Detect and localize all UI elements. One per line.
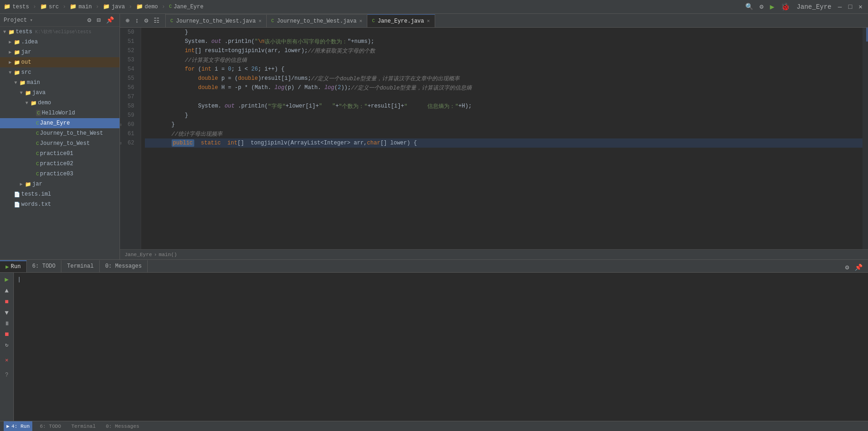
settings-icon[interactable]: ⚙ xyxy=(758,2,765,12)
tree-item-main[interactable]: ▼ 📁 main xyxy=(0,78,120,88)
tree-item-idea[interactable]: ▶ 📁 .idea xyxy=(0,37,120,47)
folder-icon-demo: 📁 xyxy=(136,3,143,10)
run-toolbar: ▶ ▲ ■ ▼ ⏸ ⏹ ↻ ✕ ? xyxy=(0,273,14,421)
run-rerun[interactable]: ⏸ xyxy=(2,319,12,328)
window-close[interactable]: ✕ xyxy=(857,2,864,12)
tree-item-jar2[interactable]: ▶ 📁 jar xyxy=(0,179,120,189)
breadcrumb-java[interactable]: 📁 java xyxy=(103,3,125,10)
tree-item-helloworld[interactable]: C HelloWorld xyxy=(0,108,120,118)
scroll-marker1 xyxy=(866,28,868,42)
status-bar: ▶ 4: Run 6: TODO Terminal 0: Messages xyxy=(0,421,868,431)
project-sidebar: Project ▾ ⚙ ⊟ 📌 ▼ 📁 tests K:\软件\eclipse\… xyxy=(0,14,120,259)
breadcrumb-main[interactable]: 📁 main xyxy=(70,3,92,10)
run-play-button[interactable]: ▶ xyxy=(3,275,10,284)
practice03-java-icon: C xyxy=(36,171,39,177)
run-restart[interactable]: ↻ xyxy=(3,341,10,349)
sidebar-tools: ⚙ ⊟ 📌 xyxy=(85,15,116,25)
tab2-close[interactable]: × xyxy=(359,18,363,24)
bottom-tab-messages[interactable]: 0: Messages xyxy=(100,260,148,272)
tree-item-src[interactable]: ▼ 📁 src xyxy=(0,67,120,78)
breadcrumb-src[interactable]: 📁 src xyxy=(40,3,59,10)
tab-tool-icon4[interactable]: ☷ xyxy=(152,16,162,25)
status-run-tab[interactable]: ▶ 4: Run xyxy=(4,421,32,431)
bottom-tab-run[interactable]: ▶ Run xyxy=(0,260,27,272)
tree-item-tests-iml[interactable]: 📄 tests.iml xyxy=(0,189,120,199)
tests-iml-icon: 📄 xyxy=(14,192,20,198)
line-numbers: 50 51 52 53 54 55 56 57 58 59 ⊟60 61 ⊟62 xyxy=(120,28,141,249)
run-terminate[interactable]: ⏹ xyxy=(2,330,12,339)
tree-item-practice01[interactable]: C practice01 xyxy=(0,149,120,159)
code-line-60: } xyxy=(145,120,862,129)
out-folder-icon: 📁 xyxy=(14,60,20,66)
bottom-settings-icon[interactable]: ⚙ xyxy=(844,263,851,272)
tab-jane-eyre[interactable]: C Jane_Eyre.java × xyxy=(367,14,435,27)
tree-root[interactable]: ▼ 📁 tests K:\软件\eclipse\tests xyxy=(0,27,120,37)
debug-button[interactable]: 🐞 xyxy=(779,1,792,12)
tree-item-jane-eyre[interactable]: C Jane_Eyre xyxy=(0,118,120,128)
run-output[interactable]: | xyxy=(14,273,868,421)
java-icon-breadcrumb: C xyxy=(169,4,172,9)
run-icon: ▶ xyxy=(6,263,9,270)
breadcrumb-tests[interactable]: 📁 tests xyxy=(4,3,29,10)
tree-item-journey-west-full[interactable]: C Journey_to_the_West xyxy=(0,128,120,138)
jar-folder-icon: 📁 xyxy=(14,49,20,55)
run-stop-up[interactable]: ▲ xyxy=(3,286,10,295)
right-gutter xyxy=(862,28,868,249)
sidebar-settings-icon[interactable]: ⚙ xyxy=(85,15,93,25)
tab1-close[interactable]: × xyxy=(258,18,262,24)
code-line-52: int[] result=tongjipinlv(arr, lower);//用… xyxy=(145,46,862,55)
code-line-61: //统计字母出现频率 xyxy=(145,129,862,138)
sidebar-panel-title: Project xyxy=(4,17,27,24)
bottom-pin-icon[interactable]: 📌 xyxy=(853,263,864,272)
sidebar-pin-icon[interactable]: 📌 xyxy=(104,15,116,25)
top-bar: 📁 tests › 📁 src › 📁 main › 📁 java › 📁 de… xyxy=(0,0,868,14)
tree-item-demo[interactable]: ▼ 📁 demo xyxy=(0,98,120,108)
search-everywhere-icon[interactable]: 🔍 xyxy=(743,2,755,12)
breadcrumb-demo[interactable]: 📁 demo xyxy=(136,3,158,10)
window-minimize[interactable]: — xyxy=(836,2,844,12)
tree-item-practice03[interactable]: C practice03 xyxy=(0,169,120,179)
tree-item-jar[interactable]: ▶ 📁 jar xyxy=(0,47,120,57)
code-line-57 xyxy=(145,92,862,102)
sidebar-collapse-icon[interactable]: ⊟ xyxy=(95,15,102,25)
tab-tool-icon3[interactable]: ⚙ xyxy=(143,16,150,25)
tree-item-words-txt[interactable]: 📄 words.txt xyxy=(0,199,120,210)
tab-journey2[interactable]: C Journey_to_the_West.java × xyxy=(267,14,367,27)
tree-item-journey-west[interactable]: C Journey_to_West xyxy=(0,138,120,149)
code-content[interactable]: } System. out .println("\n该小说中所有小写字母的个数为… xyxy=(141,28,862,249)
code-line-53: //计算英文字母的信息熵 xyxy=(145,55,862,65)
code-editor[interactable]: 50 51 52 53 54 55 56 57 58 59 ⊟60 61 ⊟62… xyxy=(120,28,868,249)
status-messages-tab[interactable]: 0: Messages xyxy=(103,421,142,431)
run-down[interactable]: ▼ xyxy=(3,308,10,317)
java-folder-icon: 📁 xyxy=(25,90,31,96)
tree-item-practice02[interactable]: C practice02 xyxy=(0,159,120,169)
run-stop-button[interactable]: ■ xyxy=(3,297,10,306)
code-line-54: for (int i = 0; i < 26; i++) { xyxy=(145,65,862,74)
breadcrumb-file[interactable]: C Jane_Eyre xyxy=(169,4,204,10)
helloworld-java-icon: C xyxy=(36,110,41,116)
status-terminal-tab[interactable]: Terminal xyxy=(68,421,98,431)
tree-item-java[interactable]: ▼ 📁 java xyxy=(0,88,120,98)
code-line-56: double H = -p * (Math. log(p) / Math. lo… xyxy=(145,83,862,92)
bottom-tab-todo[interactable]: 6: TODO xyxy=(27,260,61,272)
tab-tool-icon2[interactable]: ↕ xyxy=(133,16,140,25)
run-cursor-area: | xyxy=(14,273,868,287)
window-maximize[interactable]: □ xyxy=(846,2,854,12)
tabs-bar: ⊕ ↕ ⚙ ☷ C Journey_to_the_West.java × C J… xyxy=(120,14,868,28)
code-line-62: public static int[] tongjipinlv(ArrayLis… xyxy=(145,138,862,148)
tab-tool-icon1[interactable]: ⊕ xyxy=(124,16,131,25)
tab-journey1[interactable]: C Journey_to_the_West.java × xyxy=(166,14,266,27)
tree-item-out[interactable]: ▶ 📁 out xyxy=(0,57,120,67)
run-button[interactable]: ▶ xyxy=(768,1,776,12)
run-help[interactable]: ? xyxy=(3,371,10,379)
status-todo-tab[interactable]: 6: TODO xyxy=(37,421,64,431)
tab3-close[interactable]: × xyxy=(427,18,430,24)
bottom-tab-terminal[interactable]: Terminal xyxy=(61,260,100,272)
journey-west-java-icon: C xyxy=(36,141,39,146)
folder-icon-src: 📁 xyxy=(40,3,47,10)
root-folder-icon: 📁 xyxy=(8,29,15,35)
status-run-icon: ▶ xyxy=(6,423,10,429)
code-line-50: } xyxy=(145,28,862,37)
run-clear[interactable]: ✕ xyxy=(3,356,10,365)
code-line-55: double p = (double)result[i]/nums;//定义一个… xyxy=(145,74,862,83)
